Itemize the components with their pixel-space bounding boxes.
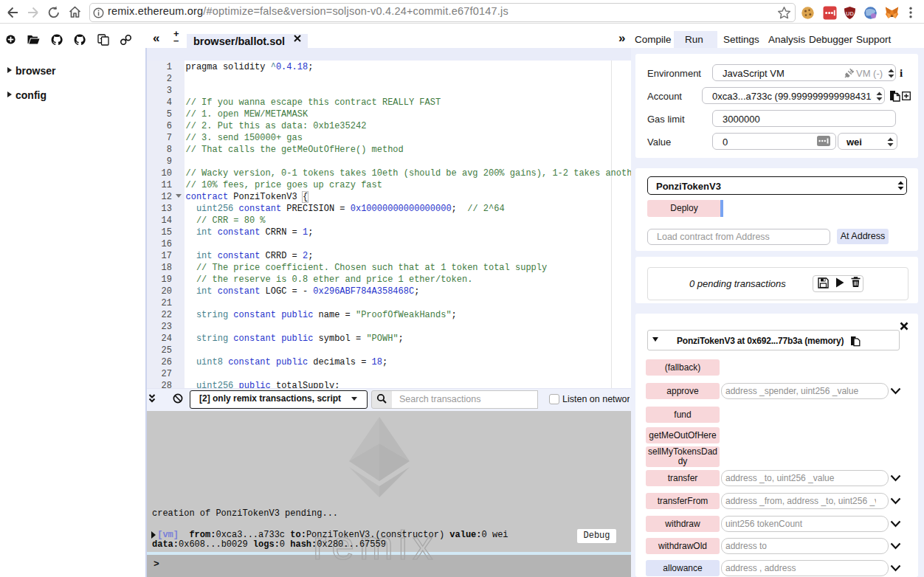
svg-text:UD: UD (846, 10, 854, 17)
